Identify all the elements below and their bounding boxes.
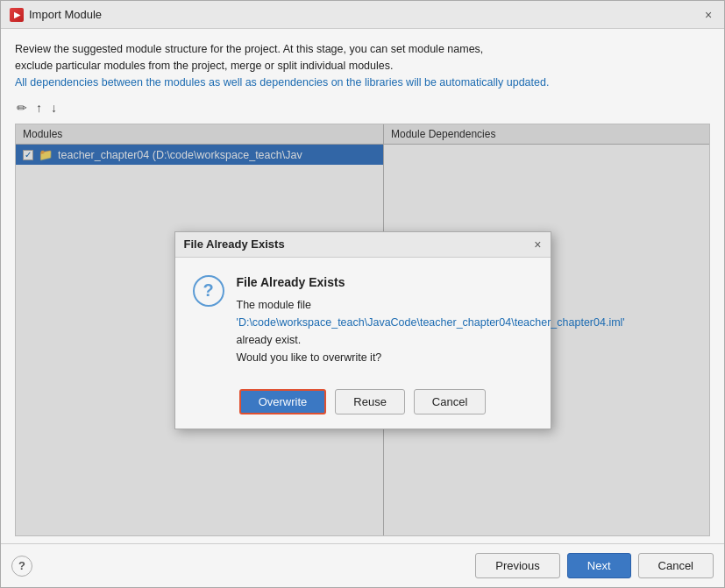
overwrite-button[interactable]: Overwrite	[239, 389, 327, 414]
window-footer: ? Previous Next Cancel	[1, 543, 724, 587]
dialog-msg-line1: The module file	[237, 299, 311, 311]
dialog-overlay: File Already Exists × ? File Already Exi…	[16, 124, 709, 535]
edit-icon[interactable]: ✏	[15, 99, 29, 117]
dialog-message-title: File Already Exists	[237, 275, 625, 289]
file-exists-dialog: File Already Exists × ? File Already Exi…	[174, 231, 551, 429]
title-bar: ▶ Import Module ×	[1, 1, 724, 29]
dialog-message: File Already Exists The module file 'D:\…	[237, 275, 625, 366]
dialog-question-icon: ?	[193, 275, 224, 307]
dialog-msg-line3: Would you like to overwrite it?	[237, 351, 382, 364]
dialog-title: File Already Exists	[184, 237, 285, 251]
footer-nav-buttons: Previous Next Cancel	[475, 553, 714, 578]
main-content: Review the suggested module structure fo…	[1, 29, 724, 543]
help-button[interactable]: ?	[11, 556, 32, 577]
description-block: Review the suggested module structure fo…	[15, 41, 710, 90]
dialog-message-body: The module file 'D:\code\workspace_teach…	[237, 296, 625, 366]
previous-button[interactable]: Previous	[475, 553, 560, 578]
title-bar-left: ▶ Import Module	[10, 8, 102, 22]
dialog-close-button[interactable]: ×	[534, 237, 541, 251]
description-line1: Review the suggested module structure fo…	[15, 41, 710, 58]
dialog-msg-path: 'D:\code\workspace_teach\JavaCode\teache…	[237, 316, 625, 329]
next-button[interactable]: Next	[567, 553, 631, 578]
panels-container: Modules ✓ 📁 teacher_chapter04 (D:\code\w…	[15, 124, 710, 536]
reuse-button[interactable]: Reuse	[335, 389, 405, 414]
window-title: Import Module	[29, 8, 102, 21]
move-down-icon[interactable]: ↓	[49, 99, 59, 117]
dialog-titlebar: File Already Exists ×	[175, 232, 551, 258]
move-up-icon[interactable]: ↑	[34, 99, 44, 117]
dialog-body: ? File Already Exists The module file 'D…	[175, 258, 551, 380]
dialog-cancel-button[interactable]: Cancel	[414, 389, 486, 414]
cancel-button[interactable]: Cancel	[638, 553, 714, 578]
import-module-window: ▶ Import Module × Review the suggested m…	[0, 0, 725, 588]
description-line2: exclude particular modules from the proj…	[15, 58, 710, 74]
app-icon: ▶	[10, 8, 24, 22]
dialog-footer: Overwrite Reuse Cancel	[175, 380, 551, 429]
window-close-button[interactable]: ×	[701, 8, 715, 22]
dialog-msg-line2: already exist.	[237, 334, 302, 346]
description-line3: All dependencies between the modules as …	[15, 74, 710, 91]
module-toolbar: ✏ ↑ ↓	[15, 99, 710, 117]
